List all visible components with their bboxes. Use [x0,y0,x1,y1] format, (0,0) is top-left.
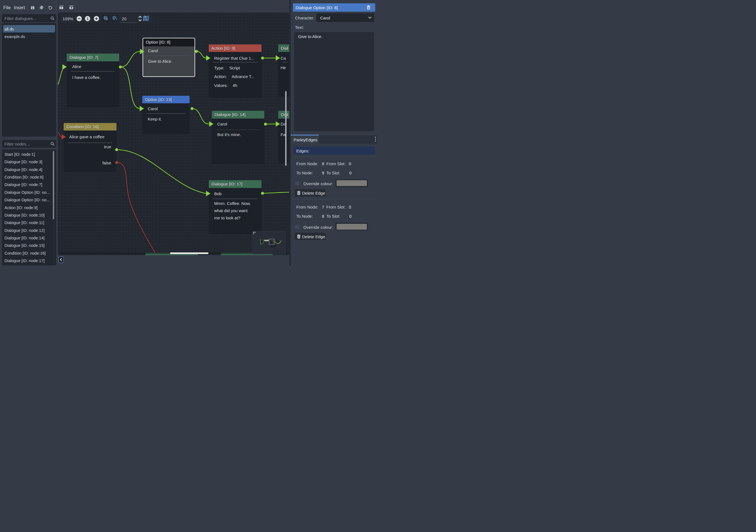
svg-text:1: 1 [87,16,88,20]
